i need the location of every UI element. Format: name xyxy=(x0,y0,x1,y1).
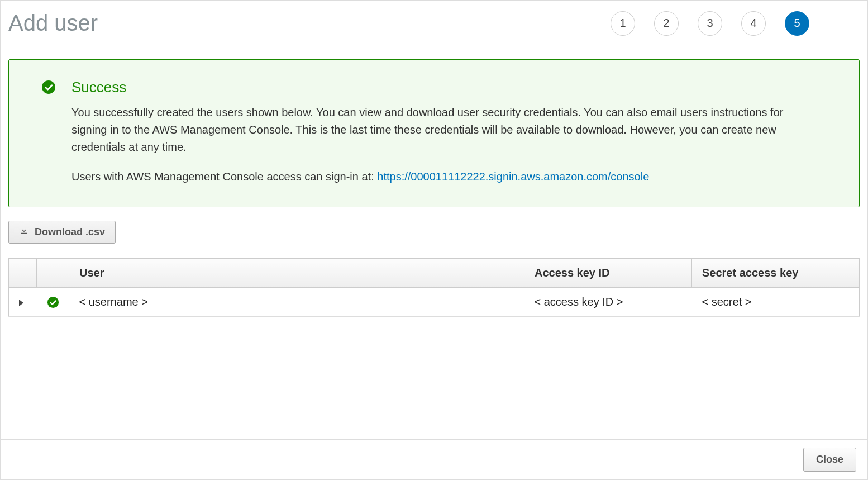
col-status xyxy=(37,259,69,288)
caret-right-icon[interactable] xyxy=(19,300,23,306)
wizard-step-5[interactable]: 5 xyxy=(785,11,809,36)
header-row: Add user 1 2 3 4 5 xyxy=(8,11,860,36)
row-secret: < secret > xyxy=(692,288,860,317)
success-check-icon xyxy=(41,80,56,186)
success-check-icon xyxy=(47,296,59,308)
wizard-stepper: 1 2 3 4 5 xyxy=(611,11,860,36)
page-title: Add user xyxy=(8,11,98,36)
success-message: You successfully created the users shown… xyxy=(71,104,809,156)
success-signin-prefix: Users with AWS Management Console access… xyxy=(71,170,377,183)
svg-point-0 xyxy=(42,80,55,94)
success-signin-line: Users with AWS Management Console access… xyxy=(71,168,838,186)
download-csv-label: Download .csv xyxy=(35,226,105,238)
success-alert: Success You successfully created the use… xyxy=(8,59,860,207)
users-table: User Access key ID Secret access key < u… xyxy=(8,258,860,317)
row-user: < username > xyxy=(69,288,524,317)
signin-url-link[interactable]: https://000011112222.signin.aws.amazon.c… xyxy=(377,170,649,183)
download-icon xyxy=(19,226,29,239)
wizard-step-3[interactable]: 3 xyxy=(698,11,722,36)
page-container: Add user 1 2 3 4 5 Success You successfu… xyxy=(0,0,868,480)
svg-point-1 xyxy=(47,296,58,307)
col-secret: Secret access key xyxy=(692,259,860,288)
success-title: Success xyxy=(71,79,838,96)
wizard-step-1[interactable]: 1 xyxy=(611,11,635,36)
col-user: User xyxy=(69,259,524,288)
row-access-key-id: < access key ID > xyxy=(524,288,692,317)
download-csv-button[interactable]: Download .csv xyxy=(8,221,116,244)
col-expand xyxy=(9,259,37,288)
col-access-key-id: Access key ID xyxy=(524,259,692,288)
wizard-step-2[interactable]: 2 xyxy=(654,11,679,36)
table-row: < username > < access key ID > < secret … xyxy=(9,288,860,317)
main-content: Add user 1 2 3 4 5 Success You successfu… xyxy=(1,1,867,439)
wizard-step-4[interactable]: 4 xyxy=(741,11,766,36)
success-body: Success You successfully created the use… xyxy=(71,79,838,186)
footer: Close xyxy=(1,439,867,479)
close-button[interactable]: Close xyxy=(803,448,856,472)
